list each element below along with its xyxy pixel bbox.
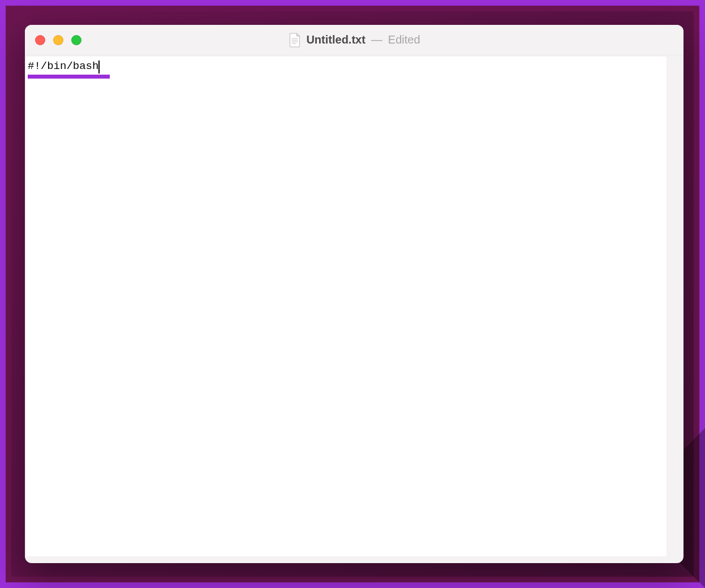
window-titlebar[interactable]: Untitled.txt — Edited (25, 25, 683, 55)
viewport-border: Untitled.txt — Edited #!/bin/bash (0, 0, 705, 588)
window-title: Untitled.txt (306, 33, 365, 46)
window-controls (25, 35, 81, 45)
edited-status: Edited (388, 33, 420, 46)
text-cursor (98, 60, 100, 74)
document-icon (288, 33, 300, 47)
desktop-background: Untitled.txt — Edited #!/bin/bash (11, 11, 694, 577)
text-highlight (28, 75, 110, 79)
close-button[interactable] (35, 35, 45, 45)
title-separator: — (371, 33, 382, 46)
text-editor-window: Untitled.txt — Edited #!/bin/bash (25, 25, 683, 563)
vertical-scrollbar[interactable] (667, 57, 677, 556)
editor-text: #!/bin/bash (28, 60, 98, 72)
zoom-button[interactable] (71, 35, 81, 45)
text-editor[interactable]: #!/bin/bash (26, 57, 667, 556)
minimize-button[interactable] (53, 35, 63, 45)
window-title-group[interactable]: Untitled.txt — Edited (288, 33, 420, 47)
editor-area: #!/bin/bash (26, 57, 677, 556)
text-line-1: #!/bin/bash (28, 60, 100, 73)
